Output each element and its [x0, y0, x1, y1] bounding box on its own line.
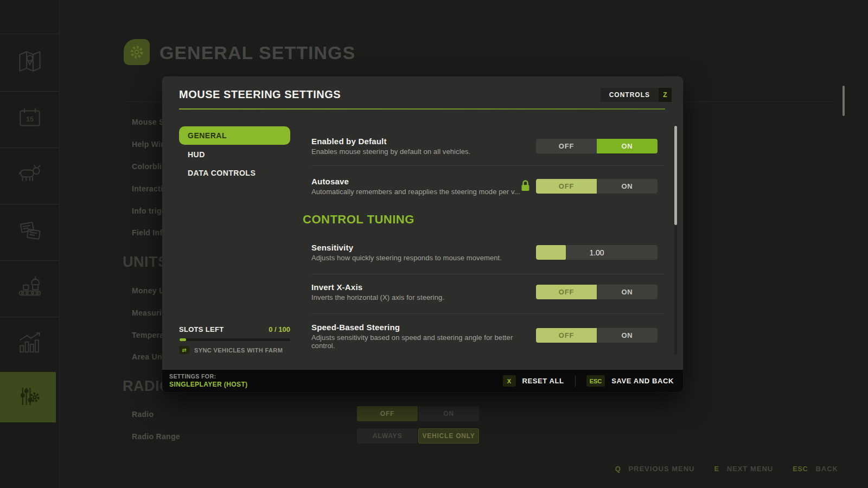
control-tuning-section-header: CONTROL TUNING — [303, 213, 414, 227]
controls-label: CONTROLS — [601, 88, 659, 102]
key-esc: ESC — [793, 465, 808, 473]
slots-progress-fill — [180, 338, 186, 341]
key-esc-badge: ESC — [586, 375, 605, 387]
sync-vehicles-label: SYNC VEHICLES WITH FARM — [194, 347, 283, 354]
slots-progress-bar — [179, 338, 290, 341]
production-icon — [15, 273, 44, 304]
tab-data-controls[interactable]: DATA CONTROLS — [188, 169, 299, 177]
footer-separator — [575, 376, 576, 387]
toggle-off-button[interactable]: OFF — [536, 179, 597, 194]
tab-data-controls-label: DATA CONTROLS — [188, 169, 256, 177]
mouse-steering-settings-dialog: MOUSE STEERING SETTINGS CONTROLS Z GENER… — [162, 76, 683, 392]
setting-desc: Adjusts how quickly steering responds to… — [311, 254, 502, 262]
sidebar-item-map[interactable] — [0, 35, 60, 91]
sidebar-item-statistics[interactable] — [0, 317, 60, 373]
toggle-off-button[interactable]: OFF — [536, 285, 597, 299]
reset-all-button[interactable]: RESET ALL — [522, 377, 564, 385]
sidebar: 15 — [0, 0, 60, 488]
row-divider — [311, 313, 664, 314]
key-q: Q — [615, 465, 621, 473]
setting-title: Invert X-Axis — [311, 282, 362, 292]
setting-title: Autosave — [311, 177, 349, 186]
tab-hud-label: HUD — [188, 150, 205, 159]
dialog-title: MOUSE STEERING SETTINGS — [179, 88, 341, 101]
bg-radio-off-button[interactable]: OFF — [357, 406, 418, 421]
back-hint[interactable]: BACK — [815, 465, 838, 473]
row-divider — [311, 165, 664, 166]
screen: 15 — [0, 0, 868, 488]
settings-for-label: SETTINGS FOR: — [169, 373, 248, 380]
toggle-on-button[interactable]: ON — [597, 139, 658, 153]
bg-menu-item[interactable]: Temperat — [132, 331, 167, 339]
calendar-icon: 15 — [15, 104, 44, 135]
bg-menu-item[interactable]: Help Win — [132, 140, 165, 149]
sidebar-item-production[interactable] — [0, 260, 60, 317]
toggle-on-button[interactable]: ON — [597, 285, 658, 299]
animals-icon — [15, 160, 44, 191]
key-x-badge: X — [503, 375, 516, 387]
bg-radio-label: Radio — [132, 410, 154, 419]
toggle-off-button[interactable]: OFF — [536, 139, 597, 153]
toggle-on-button[interactable]: ON — [597, 179, 658, 194]
lock-icon — [521, 179, 530, 194]
setting-desc: Enables mouse steering by default on all… — [311, 147, 470, 156]
setting-desc: Adjusts sensitivity based on speed and s… — [311, 333, 528, 350]
header-accent-line — [179, 108, 665, 110]
bg-menu-item[interactable]: Measurin — [132, 309, 167, 317]
bg-menu-item[interactable]: Mouse St — [132, 118, 167, 126]
row-divider — [311, 274, 664, 274]
slots-left-value: 0 / 100 — [269, 325, 290, 333]
sidebar-item-contracts[interactable] — [0, 204, 60, 260]
bg-menu-item[interactable]: Info trigg — [132, 207, 167, 215]
bg-radio-range-label: Radio Range — [132, 432, 180, 441]
setting-desc: Automatically remembers and reapplies th… — [311, 188, 520, 196]
autosave-toggle: OFF ON — [536, 179, 658, 194]
controls-shortcut[interactable]: CONTROLS Z — [601, 88, 672, 102]
sync-arrows-icon: ⇄ — [179, 346, 189, 354]
bg-radio-always-button[interactable]: ALWAYS — [357, 428, 418, 444]
enabled-by-default-toggle: OFF ON — [536, 139, 658, 153]
sensitivity-slider[interactable]: 1.00 — [536, 245, 658, 260]
settings-app-icon — [124, 39, 150, 65]
bg-menu-item[interactable]: Colorblin — [132, 162, 167, 171]
slots-left-label: SLOTS LEFT — [179, 325, 224, 333]
setting-desc: Inverts the horizontal (X) axis for stee… — [311, 293, 444, 301]
slots-panel: SLOTS LEFT 0 / 100 ⇄ SYNC VEHICLES WITH … — [179, 325, 290, 354]
setting-title: Speed-Based Steering — [311, 323, 400, 332]
tab-general[interactable]: GENERAL — [179, 126, 290, 145]
toggle-off-button[interactable]: OFF — [536, 328, 597, 343]
toggle-on-button[interactable]: ON — [597, 328, 658, 343]
tab-general-label: GENERAL — [188, 131, 227, 140]
tab-hud[interactable]: HUD — [188, 150, 299, 159]
sidebar-item-animals[interactable] — [0, 147, 60, 204]
svg-text:15: 15 — [26, 115, 34, 123]
dialog-scrollbar-thumb[interactable] — [674, 126, 677, 225]
contracts-icon — [15, 216, 44, 248]
sidebar-item-calendar[interactable]: 15 — [0, 91, 60, 147]
statistics-icon — [15, 329, 44, 361]
page-scrollbar[interactable] — [843, 86, 845, 116]
settings-for-value: SINGLEPLAYER (HOST) — [169, 381, 248, 388]
dialog-footer: SETTINGS FOR: SINGLEPLAYER (HOST) X RESE… — [162, 370, 683, 392]
bottom-hint-bar: Q PREVIOUS MENU E NEXT MENU ESC BACK — [615, 465, 838, 473]
key-z-badge: Z — [659, 88, 672, 102]
setting-title: Sensitivity — [311, 243, 353, 252]
invert-x-axis-toggle: OFF ON — [536, 285, 658, 299]
bg-menu-item[interactable]: Money U — [132, 286, 164, 295]
next-menu-hint[interactable]: NEXT MENU — [727, 465, 774, 473]
bg-section-units: UNITS — [123, 254, 168, 271]
speed-based-steering-toggle: OFF ON — [536, 328, 658, 343]
key-e: E — [714, 465, 719, 473]
bg-radio-on-button[interactable]: ON — [418, 406, 479, 421]
previous-menu-hint[interactable]: PREVIOUS MENU — [628, 465, 694, 473]
map-icon — [15, 47, 44, 79]
sidebar-item-settings-active[interactable] — [0, 372, 56, 422]
sync-vehicles-row[interactable]: ⇄ SYNC VEHICLES WITH FARM — [179, 346, 290, 354]
sensitivity-value: 1.00 — [536, 245, 658, 260]
save-and-back-button[interactable]: SAVE AND BACK — [611, 377, 674, 385]
page-title: GENERAL SETTINGS — [159, 42, 355, 63]
setting-title: Enabled by Default — [311, 137, 387, 146]
settings-icon — [14, 382, 43, 413]
bg-radio-vehicleonly-button[interactable]: VEHICLE ONLY — [418, 428, 479, 444]
